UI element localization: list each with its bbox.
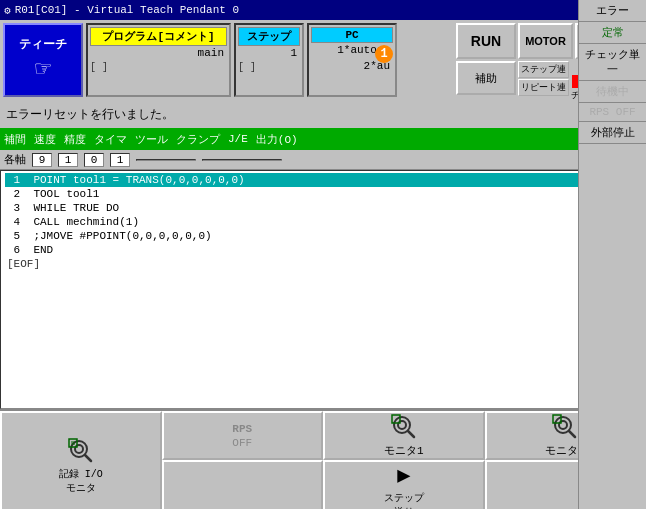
step-panel: ステップ 1 [ ]	[234, 23, 304, 97]
message-row: エラーリセットを行いました。 Lv2	[0, 100, 646, 128]
pc-badge: 1	[375, 45, 393, 63]
svg-line-8	[408, 431, 414, 437]
pc-header: PC	[311, 27, 393, 43]
teach-button[interactable]: ティーチ ☞	[3, 23, 83, 97]
monitor2-icon	[551, 413, 579, 441]
top-row: ティーチ ☞ プログラム[コメント] main [ ] ステップ 1 [ ] P…	[0, 20, 646, 100]
step-value: 1	[238, 46, 300, 62]
step-send-button[interactable]: ▶ ステップ送り	[323, 460, 485, 509]
motor-button[interactable]: MOTOR	[518, 23, 573, 59]
assist-button[interactable]: 補助	[456, 61, 516, 95]
run-button[interactable]: RUN	[456, 23, 516, 59]
toolbar-item-seido[interactable]: 精度	[64, 132, 86, 147]
rps-off-button[interactable]: RPS OFF	[162, 411, 324, 460]
svg-point-1	[75, 445, 83, 453]
teach-hand-icon: ☞	[35, 53, 51, 85]
play-icon: ▶	[397, 462, 410, 489]
step-header: ステップ	[238, 27, 300, 46]
right-panel: エラー定常チェック単一待機中RPS OFF外部停止	[578, 170, 646, 409]
code-line: 5 ;JMOVE #PPOINT(0,0,0,0,0,0)	[5, 229, 641, 243]
svg-line-12	[569, 431, 575, 437]
status-label-kakujiku: 各軸	[4, 152, 26, 167]
status-val4: 1	[110, 153, 130, 167]
app-icon: ⚙	[4, 4, 11, 17]
step-renpyo-button[interactable]: ステップ連	[518, 61, 569, 78]
toolbar-item-clamp[interactable]: クランプ	[176, 132, 220, 147]
code-line: 2 TOOL tool1	[5, 187, 641, 201]
eof-line: [EOF]	[5, 257, 641, 271]
svg-point-7	[398, 421, 406, 429]
status-val2: 1	[58, 153, 78, 167]
off-label: OFF	[232, 437, 252, 449]
program-value: main	[90, 46, 227, 62]
toolbar-item-timer[interactable]: タイマ	[94, 132, 127, 147]
ripi-renpyo-button[interactable]: リピート連	[518, 79, 569, 96]
rps-label: RPS	[232, 423, 252, 435]
toolbar-item-speed[interactable]: 速度	[34, 132, 56, 147]
monitor1-button[interactable]: モニタ1	[323, 411, 485, 460]
error-reset-message: エラーリセットを行いました。	[6, 106, 174, 123]
bottom-buttons: 記録 I/Oモニタ RPS OFF モニタ1 モニタ2 ▶ ステップ送り	[0, 409, 646, 509]
toolbar-item-je[interactable]: J/E	[228, 133, 248, 145]
toolbar-row: 補間 速度 精度 タイマ ツール クランプ J/E 出力(O) 人力(I)	[0, 128, 646, 150]
program-panel: プログラム[コメント] main [ ]	[86, 23, 231, 97]
status-bracket1	[136, 159, 196, 161]
status-row: 各軸 9 1 0 1 5.6H	[0, 150, 646, 170]
empty-button-1	[162, 460, 324, 509]
main-content: 1 POINT tool1 = TRANS(0,0,0,0,0,0) 2 TOO…	[0, 170, 646, 409]
svg-point-11	[559, 421, 567, 429]
title-bar: ⚙ R01[C01] - Virtual Teach Pendant 0 ─ □…	[0, 0, 646, 20]
program-header: プログラム[コメント]	[90, 27, 227, 46]
content-body: 1 POINT tool1 = TRANS(0,0,0,0,0,0) 2 TOO…	[0, 170, 646, 409]
status-val3: 0	[84, 153, 104, 167]
teach-label: ティーチ	[19, 36, 67, 53]
info-panels: プログラム[コメント] main [ ] ステップ 1 [ ] PC 1*aut…	[86, 23, 453, 97]
status-bracket2	[202, 159, 282, 161]
monitor1-icon	[390, 413, 418, 441]
status-val1: 9	[32, 153, 52, 167]
pc-panel: PC 1*autost 2*au 1	[307, 23, 397, 97]
record-io-icon	[67, 437, 95, 465]
step-bracket: [ ]	[238, 62, 300, 73]
code-line: 4 CALL mechmind(1)	[5, 215, 641, 229]
code-line: 6 END	[5, 243, 641, 257]
svg-line-2	[85, 455, 91, 461]
toolbar-item-tool[interactable]: ツール	[135, 132, 168, 147]
code-area: 1 POINT tool1 = TRANS(0,0,0,0,0,0) 2 TOO…	[0, 170, 646, 409]
code-line: 3 WHILE TRUE DO	[5, 201, 641, 215]
monitor1-label: モニタ1	[384, 443, 424, 458]
title-text: R01[C01] - Virtual Teach Pendant 0	[15, 4, 239, 16]
record-io-monitor-button[interactable]: 記録 I/Oモニタ	[0, 411, 162, 509]
toolbar-item-output[interactable]: 出力(O)	[256, 132, 298, 147]
record-io-label: 記録 I/Oモニタ	[59, 467, 103, 495]
code-line: 1 POINT tool1 = TRANS(0,0,0,0,0,0)	[5, 173, 641, 187]
step-send-label: ステップ送り	[384, 491, 424, 509]
program-bracket: [ ]	[90, 62, 227, 73]
toolbar-item-hoskan[interactable]: 補間	[4, 132, 26, 147]
